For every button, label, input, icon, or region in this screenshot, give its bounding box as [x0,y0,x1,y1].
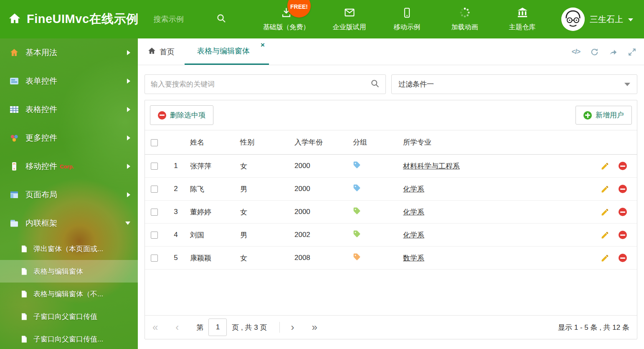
sidebar-item-basic-usage[interactable]: 基本用法 [0,38,138,67]
table-row: 5 康颖颖 女 2008 数学系 [145,247,637,270]
sidebar-item-inline-frame[interactable]: 内联框架 [0,209,138,237]
header-search-input[interactable] [154,15,216,24]
search-icon[interactable] [370,79,380,90]
sidebar-item-mobile-controls[interactable]: 移动控件 Corp. [0,152,138,181]
major-link[interactable]: 化学系 [403,231,424,239]
delete-icon[interactable] [619,254,627,262]
content: 过滤条件一 删除选中项 新增用户 [138,65,644,339]
delete-icon[interactable] [619,208,627,216]
app: FineUIMvc在线示例 FREE! 基础版（免费） 企业版试用 [0,0,644,349]
major-link[interactable]: 材料科学与工程系 [403,162,460,170]
last-page-icon[interactable]: » [312,322,317,332]
delete-icon[interactable] [619,185,627,193]
close-icon[interactable]: × [261,41,265,48]
nav-item-theme-store[interactable]: 主题仓库 [505,7,540,32]
sidebar-item-grid-controls[interactable]: 表格控件 [0,95,138,124]
nav-item-mobile-demo[interactable]: 移动示例 [389,7,425,32]
tag-icon[interactable] [353,184,361,192]
file-icon [20,313,28,321]
code-icon[interactable]: </> [572,48,580,56]
cell-name: 刘国 [184,230,234,240]
delete-icon[interactable] [619,162,627,170]
layout-icon [9,190,19,200]
major-link[interactable]: 化学系 [403,208,424,216]
nav-label: 企业版试用 [333,23,366,32]
tag-icon[interactable] [353,161,361,169]
cell-name: 陈飞 [184,184,234,194]
chevron-right-icon [127,50,130,55]
spinner-icon [459,7,471,20]
row-checkbox[interactable] [151,232,158,239]
brand[interactable]: FineUIMvc在线示例 [0,11,139,28]
main-area: 首页 表格与编辑窗体 × </> [138,38,644,349]
row-checkbox[interactable] [151,255,158,262]
sidebar-item-form-controls[interactable]: 表单控件 [0,67,138,95]
tag-icon[interactable] [353,230,361,238]
row-number: 1 [167,162,184,170]
user-menu[interactable]: 三生石上 [561,8,644,31]
sidebar-subitem[interactable]: 表格与编辑窗体（不... [0,283,138,305]
sidebar-subitem[interactable]: 表格与编辑窗体 [0,260,138,283]
edit-icon[interactable] [601,208,609,217]
column-entrance-year: 入学年份 [289,138,347,147]
table-body: 1 张萍萍 女 2000 材料科学与工程系 [145,155,637,270]
sidebar-subitem[interactable]: 弹出窗体（本页面或... [0,237,138,260]
row-checkbox[interactable] [151,163,158,170]
edit-icon[interactable] [601,231,609,239]
sidebar-item-page-layout[interactable]: 页面布局 [0,181,138,209]
sidebar-subitem-label: 子窗口向父窗口传值 [33,312,97,321]
nav-item-loading-animations[interactable]: 加载动画 [447,7,483,32]
cell-entrance-year: 2008 [289,254,347,262]
next-page-icon[interactable]: › [291,322,294,332]
row-checkbox[interactable] [151,186,158,193]
bank-icon [517,7,528,20]
row-checkbox[interactable] [151,209,158,216]
home-icon [9,48,19,58]
avatar [561,8,585,31]
sidebar-subitem-label: 子窗口向父窗口传值... [33,334,103,344]
search-icon[interactable] [216,13,226,25]
nav-item-enterprise-trial[interactable]: 企业版试用 [332,7,368,32]
share-icon[interactable] [609,48,618,56]
page-suffix-label: 页 , 共 3 页 [232,323,267,332]
header-search[interactable] [154,13,237,25]
sidebar-subitem[interactable]: 子窗口向父窗口传值 [0,305,138,328]
row-number: 5 [167,254,184,262]
edit-icon[interactable] [601,185,609,194]
expand-icon[interactable] [628,48,636,56]
tab-toolbar: </> [572,38,636,65]
column-gender: 性别 [234,138,289,147]
sidebar-menu: 基本用法 表单控件 表格控件 更多控件 移动控件 Corp. [0,38,138,349]
tag-icon[interactable] [353,207,361,215]
mobile-icon [401,7,413,20]
select-all-checkbox[interactable] [151,139,158,146]
refresh-icon[interactable] [590,48,599,56]
filter-dropdown[interactable]: 过滤条件一 [391,74,637,94]
delete-selected-button[interactable]: 删除选中项 [150,105,213,125]
cell-name: 康颖颖 [184,253,234,263]
cell-entrance-year: 2002 [289,231,347,239]
sidebar-subitem-label: 弹出窗体（本页面或... [33,244,103,254]
delete-button-label: 删除选中项 [170,110,205,120]
sidebar-item-more-controls[interactable]: 更多控件 [0,124,138,152]
sidebar-subitem[interactable]: 子窗口向父窗口传值... [0,328,138,349]
tab-home[interactable]: 首页 [138,38,185,65]
prev-page-icon[interactable]: ‹ [175,322,179,332]
tab-label: 首页 [160,47,175,57]
tag-icon[interactable] [353,253,361,261]
add-user-button[interactable]: 新增用户 [576,106,632,125]
table-row: 2 陈飞 男 2000 化学系 [145,178,637,201]
tab-grid-edit-window[interactable]: 表格与编辑窗体 × [185,38,269,65]
first-page-icon[interactable]: « [152,322,158,332]
edit-icon[interactable] [601,162,609,171]
chevron-right-icon [127,192,130,197]
edit-icon[interactable] [601,254,609,262]
row-number: 4 [167,231,184,239]
keyword-search-box[interactable] [145,74,386,94]
sidebar-item-label: 更多控件 [25,132,57,143]
page-number-input[interactable] [208,318,227,336]
keyword-input[interactable] [151,80,370,89]
delete-icon[interactable] [619,231,627,239]
major-link[interactable]: 化学系 [403,185,424,193]
major-link[interactable]: 数学系 [403,254,424,262]
